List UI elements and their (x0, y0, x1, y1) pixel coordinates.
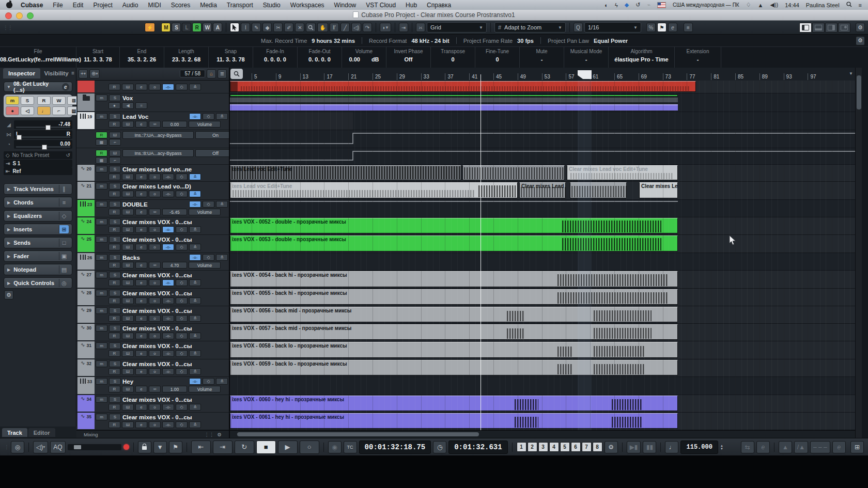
quick-controls-icon[interactable]: ◎ (59, 279, 69, 287)
go-to-end-button[interactable]: ⇥ (213, 440, 233, 454)
lane-track-32[interactable]: ixes VOX - 0059 - back lo - прозрачные м… (230, 359, 855, 377)
inspector-section-track-versions[interactable]: ▶Track Versions∥ (4, 183, 72, 195)
write-automation-button[interactable]: ◇ (176, 297, 188, 304)
mute-button[interactable]: m (96, 218, 107, 225)
audition-quantize-button[interactable]: AQ (50, 441, 65, 453)
iterative-quantize-button[interactable]: % (646, 23, 656, 32)
group-edit-button[interactable]: = (135, 102, 147, 109)
lane-track-35[interactable]: ixes VOX - 0061 - hey hi - прозрачные ми… (230, 413, 855, 430)
lock-open-icon[interactable]: ⌐ (52, 106, 66, 115)
lane[interactable] (230, 93, 855, 112)
section-expand-arrow-icon[interactable]: ▶ (7, 187, 10, 192)
track-row[interactable]: RШIns.:7:UA...acy-BypassOn▦⌐ (76, 130, 229, 148)
lock-open-icon[interactable]: ⌐ (109, 139, 121, 146)
audio-event[interactable]: ixes Lead voc Edit+Tune (230, 182, 518, 198)
read-automation-button[interactable]: -o- (162, 279, 174, 286)
write-button[interactable]: Ш (122, 350, 134, 357)
track-row-20[interactable]: ∿20mSClear mixes Lead vo...neRШeo-o-◇≙ (76, 165, 229, 182)
markers-icon[interactable]: ⚑ (169, 441, 182, 453)
input-source-label[interactable]: США международная — ПК (673, 2, 739, 8)
mute-tool[interactable]: ✕ (295, 23, 304, 32)
inspector-section-notepad[interactable]: ▶Notepad▤ (4, 264, 72, 275)
track-row-35[interactable]: ∿35mSClear mixes VOX - 0...сыRШeo-o-◇≙ (76, 413, 229, 430)
snap-type-dropdown[interactable]: Grid▼ (427, 22, 487, 33)
link-button[interactable]: ∞ (149, 262, 161, 269)
insert-state-icon[interactable]: o (149, 350, 161, 357)
edit-channel-button[interactable]: e (135, 121, 147, 128)
track-row-28[interactable]: ∿28mSClear mixes VOX - 0...сыRШeo-o-◇≙ (76, 289, 229, 306)
volume-value-box[interactable]: 4.70 (162, 262, 187, 269)
marker-jump-button-2[interactable]: 2 (528, 442, 537, 452)
read-automation-button[interactable]: -o- (189, 378, 201, 385)
mute-button[interactable]: m (96, 396, 107, 403)
mute-button[interactable]: m (96, 236, 107, 243)
audio-event[interactable]: ixes VOX - 0058 - back lo - прозрачные м… (230, 342, 678, 358)
link-button[interactable]: ∞ (149, 386, 161, 392)
menu-item-media[interactable]: Media (200, 2, 217, 9)
curve-button[interactable]: ≙ (216, 201, 228, 208)
mute-button[interactable]: m (96, 272, 107, 278)
read-automation-button[interactable]: -o- (162, 368, 174, 375)
inspector-setup-gear-icon[interactable]: ⚙ (4, 290, 13, 300)
filter-icon[interactable]: ▼ (153, 441, 167, 453)
menu-item-workspaces[interactable]: Workspaces (290, 2, 324, 9)
solo-button[interactable]: S (109, 290, 121, 296)
solo-button[interactable]: S (109, 378, 121, 385)
read-button[interactable]: R (96, 132, 107, 138)
tempo-spinner[interactable]: ▲▼ (720, 444, 723, 450)
sends-icon[interactable]: □ (59, 239, 69, 247)
channel-button-a[interactable]: A (213, 23, 222, 32)
write-automation-button[interactable]: W (52, 96, 66, 105)
audition-volume-slider[interactable] (68, 444, 121, 450)
track-row-33[interactable]: 33mSHey-o-◇≙RШe∞1.00Volume (76, 377, 229, 395)
write-button[interactable]: Ш (122, 333, 134, 339)
solo-button[interactable]: S (109, 166, 121, 172)
volume-handle[interactable] (45, 125, 51, 130)
menu-item-midi[interactable]: MIDI (148, 2, 161, 9)
audio-event[interactable]: ixes VOX - 0055 - back hi - прозрачные м… (230, 289, 678, 305)
project-cursor[interactable] (481, 74, 481, 430)
notification-center-icon[interactable]: ≡ (859, 2, 862, 8)
divider-grip[interactable]: ⋮⋮ (204, 432, 214, 437)
audio-event[interactable]: ixes Lead voc Edit+Tune (230, 165, 461, 180)
pan-handle[interactable] (17, 135, 22, 140)
scrub-tool[interactable]: ↷ (363, 23, 372, 32)
lane-track-24[interactable]: ixes VOX - 0052 - double - прозрачные ми… (230, 217, 855, 235)
solo-button[interactable]: S (109, 396, 121, 403)
airdrop-icon[interactable]: ◆ (625, 2, 629, 8)
write-automation-button[interactable]: ◇ (176, 404, 188, 411)
write-button[interactable]: Ш (122, 315, 134, 322)
infoline-col-invert-phase[interactable]: Invert PhaseOff (386, 47, 431, 68)
write-button[interactable]: Ш (122, 421, 134, 428)
track-row[interactable]: RШIns.:8:UA...acy-BypassOff▦⌐ (76, 148, 229, 165)
chevron-down-icon[interactable]: ▼ (7, 85, 11, 89)
infoline-col-snap[interactable]: Snap11. 3. 3. 78 (209, 47, 253, 68)
lane-track-33[interactable] (230, 377, 855, 395)
volume-icon[interactable]: ◀)) (770, 2, 778, 8)
automation-curve[interactable] (230, 130, 855, 148)
infoline-col-musical-mode[interactable]: Musical Mode- (564, 47, 609, 68)
record-enable-button[interactable]: ● (6, 106, 19, 115)
output-routing-field[interactable]: ⇤ Ref (4, 167, 72, 175)
write-automation-button[interactable]: ◇ (203, 113, 214, 120)
range-selection-tool[interactable]: I (241, 23, 250, 32)
primary-time-display[interactable]: 00:01:32:18.75 (359, 440, 431, 454)
read-button[interactable]: R (96, 150, 107, 156)
lane[interactable] (230, 148, 855, 165)
curve-button[interactable]: ≙ (189, 191, 201, 197)
grid-type-dropdown[interactable]: #Adapt to Zoom▼ (494, 22, 566, 33)
read-automation-button[interactable]: -o- (162, 350, 174, 357)
button-Ш[interactable]: Ш (122, 84, 134, 90)
volume-param-box[interactable]: Volume (189, 121, 221, 128)
read-automation-button[interactable]: -o- (162, 297, 174, 304)
read-button[interactable]: R (109, 279, 120, 286)
automation-state-box[interactable]: On (195, 131, 229, 139)
volume-param-box[interactable]: Volume (189, 386, 221, 392)
write-automation-button[interactable]: ◇ (176, 350, 188, 357)
quantize-panel-button[interactable]: e (668, 23, 677, 32)
line-tool[interactable]: ╱ (340, 23, 350, 32)
zone-setup-button[interactable] (838, 23, 850, 33)
insert-state-icon[interactable]: o (149, 191, 161, 197)
volume-value-box[interactable]: 1.00 (162, 386, 187, 392)
track-row-27[interactable]: ∿27mSClear mixes VOX - 0...сыRШeo-o-◇≙ (76, 271, 229, 289)
